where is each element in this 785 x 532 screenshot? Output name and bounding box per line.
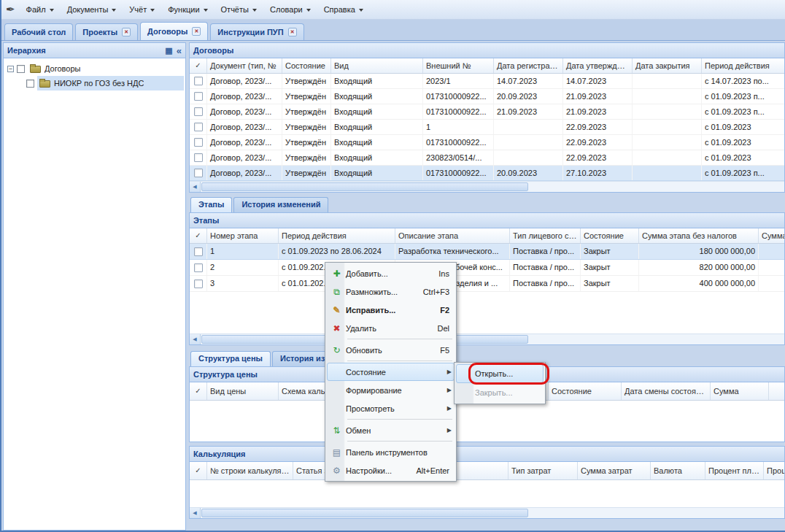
collapse-icon[interactable]: « <box>177 47 182 55</box>
table-row[interactable]: Договор, 2023/...УтверждёнВходящий122.09… <box>190 120 784 135</box>
row-checkbox[interactable] <box>194 280 203 288</box>
section-tab[interactable]: История изменений <box>233 197 328 212</box>
table-row[interactable]: Договор, 2023/...УтверждёнВходящий017310… <box>190 166 784 181</box>
section-tab[interactable]: Этапы <box>190 197 232 212</box>
document-tab[interactable]: Инструкции ПУП✕ <box>210 23 303 40</box>
column-header[interactable]: Сумма <box>711 382 769 400</box>
calc-horizontal-scrollbar[interactable]: ◀ <box>190 507 784 518</box>
table-row[interactable]: 2с 01.09.202...Проведение рабочей конс..… <box>190 260 784 276</box>
table-row[interactable]: 1с 01.09.2023 по 28.06.2024Разработка те… <box>190 244 784 260</box>
section-tab-label: История изменений <box>241 200 320 209</box>
section-tab[interactable]: Структура цены <box>190 351 271 366</box>
menubar-item[interactable]: Учёт <box>123 0 161 19</box>
column-header[interactable]: Вид цены <box>207 382 279 400</box>
table-cell: 017310000922... <box>423 166 494 180</box>
context-menu-item[interactable]: ⚙Настройки...Alt+Enter <box>327 461 455 479</box>
row-check-cell <box>190 150 207 165</box>
table-row[interactable]: 3с 01.01.202...Изготовление изделия и ..… <box>190 276 784 292</box>
row-checkbox[interactable] <box>194 123 203 131</box>
scroll-thumb[interactable] <box>201 509 528 517</box>
row-checkbox[interactable] <box>194 92 203 101</box>
menubar-item[interactable]: Отчёты <box>214 0 263 19</box>
row-checkbox[interactable] <box>194 77 203 85</box>
context-menu-item[interactable]: ▤Панель инструментов <box>327 443 455 461</box>
scroll-left-icon[interactable]: ◀ <box>190 508 201 518</box>
column-header[interactable]: Процент план <box>705 462 764 479</box>
scroll-left-icon[interactable]: ◀ <box>190 334 201 344</box>
table-row[interactable]: Договор, 2023/...УтверждёнВходящий017310… <box>190 135 784 150</box>
stages-title: Этапы <box>193 216 219 225</box>
menubar-item[interactable]: Справка <box>317 0 370 19</box>
scroll-left-icon[interactable]: ◀ <box>190 182 201 192</box>
table-row[interactable]: Договор, 2023/...УтверждёнВходящий230823… <box>190 150 784 166</box>
table-cell: 27.10.2023 <box>563 166 633 180</box>
row-checkbox[interactable] <box>194 263 203 272</box>
tree-checkbox[interactable] <box>17 65 25 73</box>
stages-horizontal-scrollbar[interactable]: ◀ <box>190 334 784 344</box>
column-header[interactable]: Тип затрат <box>508 462 578 479</box>
row-checkbox[interactable] <box>194 138 203 147</box>
table-cell: 820 000 000,00 <box>639 260 759 275</box>
context-menu-item[interactable]: ⧉Размножить...Ctrl+F3 <box>327 282 455 301</box>
column-header[interactable]: Описание этапа <box>395 228 510 243</box>
table-row[interactable]: Договор, 2023/...УтверждёнВходящий2023/1… <box>190 74 784 89</box>
table-row[interactable]: Договор, 2023/...УтверждёнВходящий017310… <box>190 89 784 104</box>
column-header[interactable]: Состояние <box>549 382 622 400</box>
context-submenu-item[interactable]: Закрыть... <box>456 383 544 402</box>
context-menu-item[interactable]: Просмотреть▶ <box>327 399 455 417</box>
context-submenu-item[interactable]: Открыть... <box>456 364 544 383</box>
context-menu-item[interactable]: Состояние▶ <box>327 363 455 381</box>
column-header[interactable]: Состояние <box>282 58 331 73</box>
column-header[interactable]: Дата утверждения <box>563 58 633 73</box>
table-cell: Входящий <box>331 120 423 134</box>
column-header[interactable]: Документ (тип, № <box>207 58 282 73</box>
app-icon[interactable]: ✒ <box>3 0 20 19</box>
column-header[interactable]: Дата смены состояния <box>622 382 711 400</box>
contracts-horizontal-scrollbar[interactable]: ◀ <box>190 181 784 192</box>
context-menu-item[interactable]: ⇅Обмен▶ <box>327 421 455 439</box>
document-tab[interactable]: Проекты✕ <box>75 23 138 40</box>
column-header[interactable]: Процент факт <box>764 462 784 479</box>
column-header[interactable]: Внешний № <box>423 58 494 73</box>
context-menu-item[interactable]: Формирование▶ <box>327 381 455 399</box>
tree-expander-icon[interactable]: − <box>7 66 14 72</box>
context-menu-item-label: Просмотреть <box>344 404 444 413</box>
tab-close-icon[interactable]: ✕ <box>122 28 131 36</box>
menubar-item[interactable]: Функции <box>161 0 214 19</box>
tree-item[interactable]: НИОКР по ГОЗ без НДС <box>5 76 184 90</box>
row-checkbox[interactable] <box>194 169 203 177</box>
scroll-thumb[interactable] <box>201 182 528 191</box>
column-header[interactable]: Дата регистрации <box>494 58 563 73</box>
add-icon: ✚ <box>330 269 344 279</box>
tree-item[interactable]: −Договоры <box>5 61 184 76</box>
column-header[interactable]: Тип лицевого счёт <box>510 228 581 243</box>
menubar-item[interactable]: Документы <box>61 0 123 19</box>
column-header[interactable]: Валюта <box>651 462 705 479</box>
column-header[interactable]: Период действия <box>279 228 395 243</box>
row-checkbox[interactable] <box>194 153 203 162</box>
grid-tool-icon[interactable]: ▦ <box>165 46 172 55</box>
column-header[interactable]: Сумма <box>759 228 784 243</box>
tree-checkbox[interactable] <box>26 80 34 88</box>
column-header[interactable]: Сумма затрат <box>578 462 651 479</box>
document-tab[interactable]: Договоры✕ <box>140 22 208 40</box>
column-header[interactable]: Номер этапа <box>207 228 279 243</box>
column-header[interactable]: Сумма этапа без налогов <box>639 228 759 243</box>
column-header[interactable]: Период действия <box>702 58 784 73</box>
column-header[interactable]: № строки калькуляции <box>207 462 293 479</box>
column-header[interactable]: Состояние <box>581 228 639 243</box>
context-menu-item[interactable]: ✚Добавить...Ins <box>327 264 455 282</box>
column-header[interactable]: Вид <box>331 58 423 73</box>
table-row[interactable]: Договор, 2023/...УтверждёнВходящий017310… <box>190 104 784 120</box>
row-checkbox[interactable] <box>194 247 203 256</box>
row-checkbox[interactable] <box>194 107 203 116</box>
tab-close-icon[interactable]: ✕ <box>192 27 201 36</box>
menubar-item[interactable]: Словари <box>263 0 317 19</box>
context-menu-item[interactable]: ✖УдалитьDel <box>327 319 455 337</box>
tab-close-icon[interactable]: ✕ <box>288 28 297 36</box>
column-header[interactable]: Дата закрытия <box>633 58 702 73</box>
menubar-item[interactable]: Файл <box>20 0 61 19</box>
context-menu-item[interactable]: ↻ОбновитьF5 <box>327 341 455 359</box>
document-tab[interactable]: Рабочий стол <box>4 23 73 40</box>
context-menu-item[interactable]: ✎Исправить...F2 <box>327 301 455 319</box>
